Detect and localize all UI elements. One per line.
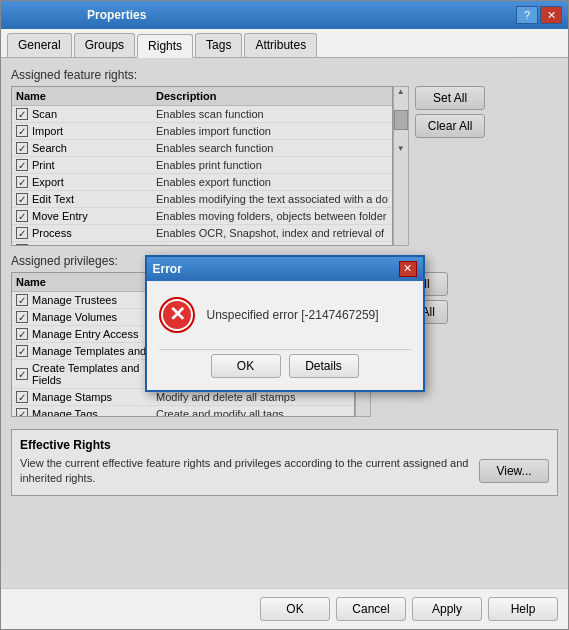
error-divider (159, 349, 411, 350)
window-title: Properties (87, 8, 146, 22)
error-message-row: ✕ Unspecified error [-2147467259] (159, 297, 411, 333)
error-ok-button[interactable]: OK (211, 354, 281, 378)
error-dialog: Error ✕ ✕ Unspecified error [-2147467259… (145, 255, 425, 392)
error-icon: ✕ (159, 297, 195, 333)
tabs-bar: General Groups Rights Tags Attributes (1, 29, 568, 58)
tab-general[interactable]: General (7, 33, 72, 57)
tab-tags[interactable]: Tags (195, 33, 242, 57)
title-bar-left: Properties (7, 8, 146, 22)
tab-content: Assigned feature rights: Name Descriptio… (1, 58, 568, 588)
error-dialog-body: ✕ Unspecified error [-2147467259] OK Det… (147, 281, 423, 390)
tab-rights[interactable]: Rights (137, 34, 193, 58)
cancel-button[interactable]: Cancel (336, 597, 406, 621)
title-buttons: ? ✕ (516, 6, 562, 24)
footer: OK Cancel Apply Help (1, 588, 568, 629)
tab-groups[interactable]: Groups (74, 33, 135, 57)
error-close-button[interactable]: ✕ (399, 261, 417, 277)
error-message-text: Unspecified error [-2147467259] (207, 308, 379, 322)
help-button[interactable]: Help (488, 597, 558, 621)
error-dialog-title-bar: Error ✕ (147, 257, 423, 281)
svg-text:✕: ✕ (168, 303, 185, 325)
properties-window: Properties ? ✕ General Groups Rights Tag… (0, 0, 569, 630)
error-overlay: Error ✕ ✕ Unspecified error [-2147467259… (1, 58, 568, 588)
help-title-button[interactable]: ? (516, 6, 538, 24)
error-dialog-title: Error (153, 262, 182, 276)
apply-button[interactable]: Apply (412, 597, 482, 621)
close-title-button[interactable]: ✕ (540, 6, 562, 24)
error-buttons: OK Details (159, 354, 411, 378)
error-details-button[interactable]: Details (289, 354, 359, 378)
tab-attributes[interactable]: Attributes (244, 33, 317, 57)
title-bar: Properties ? ✕ (1, 1, 568, 29)
ok-button[interactable]: OK (260, 597, 330, 621)
